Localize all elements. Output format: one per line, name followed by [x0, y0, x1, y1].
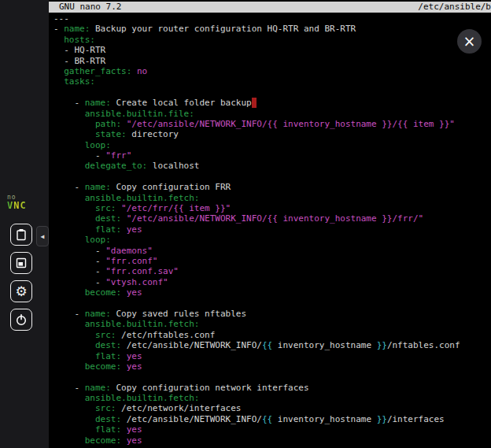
code-line: - name: Create local folder backup — [54, 98, 491, 108]
code-token — [121, 119, 127, 129]
close-icon: × — [463, 34, 476, 49]
code-token — [54, 235, 85, 245]
code-token: "frr.conf" — [105, 256, 157, 266]
code-token: dest: — [95, 340, 121, 350]
code-token: "vtysh.conf" — [105, 277, 168, 287]
code-token: become: — [85, 361, 121, 372]
code-token: - — [54, 98, 85, 108]
code-token — [54, 393, 85, 403]
code-token — [54, 424, 95, 435]
code-token: /etc/ansible/NETWORK_INFO/ — [121, 340, 262, 350]
code-token — [121, 351, 127, 361]
code-token — [131, 66, 137, 76]
power-button[interactable] — [10, 309, 32, 331]
code-token — [54, 129, 95, 139]
code-token — [121, 435, 127, 446]
code-token: Copy configuration FRR — [111, 182, 231, 192]
editor-lines[interactable]: ---- name: Backup your router configurat… — [49, 13, 491, 446]
code-line: loop: — [54, 235, 491, 245]
code-line: - "frr.conf.sav" — [54, 266, 491, 276]
code-token: - — [54, 266, 105, 276]
code-token: dest: — [95, 414, 121, 424]
code-token: src: — [95, 330, 116, 340]
code-token: Copy configuration network interfaces — [111, 383, 309, 393]
code-token: name: — [85, 98, 111, 108]
clipboard-button[interactable] — [10, 224, 32, 246]
code-token: - — [54, 246, 105, 256]
code-token: {{ — [262, 340, 272, 350]
code-token: Copy saved rules nftables — [111, 309, 246, 319]
code-token — [121, 361, 127, 372]
code-line: src: "/etc/frr/{{ item }}" — [54, 203, 491, 213]
code-token: loop: — [85, 140, 111, 150]
code-token — [121, 424, 127, 435]
code-line: hosts: — [54, 35, 491, 45]
code-token — [54, 119, 95, 129]
settings-button[interactable]: ⚙ — [10, 280, 32, 302]
code-line: flat: yes — [54, 351, 491, 361]
code-token: become: — [85, 287, 121, 298]
code-token: delegate_to: — [85, 161, 147, 171]
code-line: loop: — [54, 140, 491, 150]
code-line: ansible.builtin.fetch: — [54, 393, 491, 403]
code-line: tasks: — [54, 76, 491, 87]
code-token: - — [54, 256, 105, 266]
fullscreen-icon — [15, 257, 28, 269]
code-token: flat: — [95, 424, 121, 435]
code-token: /etc/ansible/NETWORK_INFO/ — [121, 414, 262, 424]
close-button[interactable]: × — [457, 29, 482, 54]
code-line: - name: Copy configuration FRR — [54, 182, 491, 192]
code-token: /etc/nftables.conf — [116, 330, 215, 340]
code-token — [54, 161, 85, 171]
code-token — [54, 330, 95, 340]
code-token: {{ — [262, 414, 272, 424]
code-token: flat: — [95, 351, 121, 361]
terminal-window[interactable]: GNU nano 7.2 /etc/ansible/b ---- name: B… — [49, 0, 491, 448]
code-token: - HQ-RTR — [54, 45, 105, 55]
code-token: /nftables.conf — [387, 340, 460, 350]
code-token: yes — [127, 435, 142, 446]
code-token: "daemons" — [105, 246, 153, 256]
code-line — [54, 172, 491, 182]
code-token — [121, 287, 127, 298]
clipboard-icon — [15, 228, 28, 241]
code-token: ansible.builtin.fetch: — [85, 393, 200, 403]
code-token: yes — [127, 361, 142, 372]
nano-app-version: GNU nano 7.2 — [59, 2, 121, 13]
control-bar-handle[interactable]: ◀ — [36, 226, 49, 246]
code-line: - "vtysh.conf" — [54, 277, 491, 287]
code-token: - — [54, 309, 85, 319]
code-token: inventory_hostname — [272, 340, 376, 350]
code-token — [54, 66, 64, 76]
code-line: state: directory — [54, 129, 491, 139]
code-token: "/etc/ansible/NETWORK_INFO/{{ inventory_… — [127, 119, 455, 129]
code-token — [121, 224, 127, 235]
code-token: path: — [95, 119, 121, 129]
code-line: path: "/etc/ansible/NETWORK_INFO/{{ inve… — [54, 119, 491, 129]
code-token — [54, 76, 64, 87]
code-line: --- — [54, 13, 491, 24]
code-token: - — [54, 182, 85, 192]
code-line — [54, 87, 491, 98]
code-token: ansible.builtin.file: — [85, 109, 194, 119]
code-line: - "daemons" — [54, 246, 491, 256]
code-line: dest: /etc/ansible/NETWORK_INFO/{{ inven… — [54, 414, 491, 424]
code-token: }} — [377, 414, 387, 424]
code-token: "frr.conf.sav" — [105, 266, 179, 276]
nano-titlebar: GNU nano 7.2 /etc/ansible/b — [49, 2, 491, 13]
code-token: inventory_hostname — [272, 414, 376, 424]
code-line: - "frr.conf" — [54, 256, 491, 266]
code-token — [54, 224, 95, 235]
code-line: dest: /etc/ansible/NETWORK_INFO/{{ inven… — [54, 340, 491, 350]
code-token: --- — [54, 13, 69, 24]
code-token: tasks: — [64, 76, 95, 87]
gear-icon: ⚙ — [15, 285, 27, 298]
code-token — [54, 351, 95, 361]
fullscreen-button[interactable] — [10, 252, 32, 274]
code-token: "frr" — [105, 150, 131, 161]
code-line — [54, 372, 491, 382]
code-line: - name: Copy configuration network inter… — [54, 383, 491, 393]
code-token — [54, 109, 85, 119]
code-token: "/etc/ansible/NETWORK_INFO/{{ inventory_… — [127, 213, 424, 224]
code-token: /interfaces — [387, 414, 445, 424]
